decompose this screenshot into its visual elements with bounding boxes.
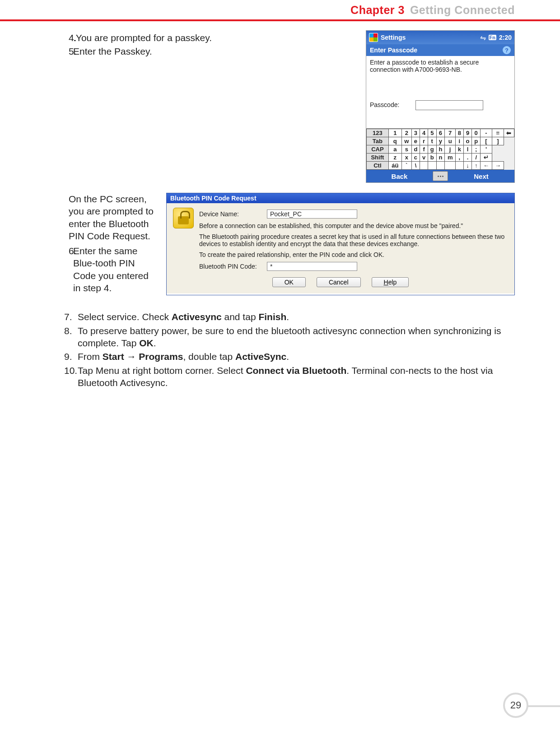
- pocketpc-titlebar: Settings Fn 2:20: [366, 31, 514, 44]
- key-→[interactable]: →: [492, 162, 504, 170]
- key-123[interactable]: 123: [367, 129, 389, 137]
- key-a[interactable]: a: [388, 145, 401, 154]
- passcode-input[interactable]: [415, 100, 483, 110]
- dialog-para3: To create the paired relationship, enter…: [199, 251, 508, 258]
- key-p[interactable]: p: [472, 137, 481, 145]
- bluetooth-pin-dialog: Bluetooth PIN Code Request Device Name: …: [166, 193, 515, 295]
- key-s[interactable]: s: [401, 145, 411, 154]
- steps-bottom: 7.Select service. Check Activesync and t…: [54, 311, 515, 389]
- key-d[interactable]: d: [411, 145, 420, 154]
- passcode-instruction: Enter a passcode to establish a secure c…: [370, 59, 511, 73]
- pocketpc-screenshot: Settings Fn 2:20 Enter Passcode ? Enter …: [366, 30, 515, 183]
- pc-prompt-text: On the PC screen, you are prompted to en…: [54, 193, 158, 242]
- key-w[interactable]: w: [401, 137, 411, 145]
- key-6[interactable]: 6: [436, 129, 445, 137]
- help-button[interactable]: Help: [372, 277, 409, 287]
- key-q[interactable]: q: [388, 137, 401, 145]
- key-h[interactable]: h: [436, 145, 445, 154]
- key-Ctl[interactable]: Ctl: [367, 162, 389, 170]
- key-z[interactable]: z: [388, 154, 401, 162]
- key-CAP[interactable]: CAP: [367, 145, 389, 154]
- key-n[interactable]: n: [436, 154, 445, 162]
- key-Shift[interactable]: Shift: [367, 154, 389, 162]
- key-e[interactable]: e: [411, 137, 420, 145]
- key-4[interactable]: 4: [420, 129, 428, 137]
- key-i[interactable]: i: [456, 137, 464, 145]
- steps-top: 4..You are prompted for a passkey. 5.Ent…: [54, 32, 357, 58]
- key-x[interactable]: x: [401, 154, 411, 162]
- key-`[interactable]: `: [401, 162, 411, 170]
- ok-button[interactable]: OK: [272, 277, 306, 287]
- page-header: Chapter 3 Getting Connected: [54, 0, 515, 19]
- key-áü[interactable]: áü: [388, 162, 401, 170]
- key-1[interactable]: 1: [388, 129, 401, 137]
- key-blank[interactable]: [436, 162, 445, 170]
- key-⬅[interactable]: ⬅: [504, 129, 514, 137]
- key-2[interactable]: 2: [401, 129, 411, 137]
- sip-toggle-icon[interactable]: [433, 171, 448, 181]
- lock-icon: [173, 208, 194, 228]
- key-3[interactable]: 3: [411, 129, 420, 137]
- key-b[interactable]: b: [428, 154, 436, 162]
- key-[[interactable]: [: [481, 137, 492, 145]
- key-blank[interactable]: [428, 162, 436, 170]
- key-=[interactable]: =: [492, 129, 504, 137]
- key-blank[interactable]: [456, 162, 464, 170]
- key-g[interactable]: g: [428, 145, 436, 154]
- key-;[interactable]: ;: [472, 145, 481, 154]
- device-name-value: Pocket_PC: [267, 210, 357, 219]
- key-0[interactable]: 0: [472, 129, 481, 137]
- key-Tab[interactable]: Tab: [367, 137, 389, 145]
- chapter-title: Getting Connected: [410, 4, 515, 17]
- key-'[interactable]: ': [481, 145, 492, 154]
- next-button[interactable]: Next: [448, 172, 514, 180]
- key-7[interactable]: 7: [445, 129, 456, 137]
- key-.[interactable]: .: [463, 154, 472, 162]
- clock: 2:20: [499, 34, 512, 41]
- pocketpc-subtitle-bar: Enter Passcode ?: [366, 44, 514, 56]
- connectivity-icon: [480, 33, 486, 42]
- page-number: 29: [503, 693, 528, 718]
- dialog-para1: Before a connection can be established, …: [199, 222, 508, 229]
- key-y[interactable]: y: [436, 137, 445, 145]
- soft-keyboard[interactable]: 1231234567890-=⬅Tabqwertyuiop[]CAPasdfgh…: [366, 128, 514, 170]
- key-↓[interactable]: ↓: [463, 162, 472, 170]
- pocketpc-softkey-bar: Back Next: [366, 170, 514, 182]
- key-o[interactable]: o: [463, 137, 472, 145]
- help-icon[interactable]: ?: [503, 46, 511, 54]
- key-↑[interactable]: ↑: [472, 162, 481, 170]
- key-9[interactable]: 9: [463, 129, 472, 137]
- device-name-label: Device Name:: [199, 210, 267, 218]
- key-m[interactable]: m: [445, 154, 456, 162]
- key-blank[interactable]: [420, 162, 428, 170]
- key-\[interactable]: \: [411, 162, 420, 170]
- enter-passcode-label: Enter Passcode: [370, 47, 417, 54]
- key-8[interactable]: 8: [456, 129, 464, 137]
- key-v[interactable]: v: [420, 154, 428, 162]
- pin-code-label: Bluetooth PIN Code:: [199, 263, 267, 270]
- key-r[interactable]: r: [420, 137, 428, 145]
- cancel-button[interactable]: Cancel: [317, 277, 361, 287]
- dialog-para2: The Bluetooth pairing procedure creates …: [199, 233, 508, 247]
- key-k[interactable]: k: [456, 145, 464, 154]
- windows-flag-icon: [369, 33, 378, 42]
- fn-indicator: Fn: [489, 35, 496, 40]
- key-f[interactable]: f: [420, 145, 428, 154]
- chapter-label: Chapter 3: [350, 4, 405, 17]
- key-c[interactable]: c: [411, 154, 420, 162]
- key-←[interactable]: ←: [481, 162, 492, 170]
- pin-code-input[interactable]: *: [267, 262, 357, 271]
- key-t[interactable]: t: [428, 137, 436, 145]
- back-button[interactable]: Back: [366, 172, 433, 180]
- key-↵[interactable]: ↵: [481, 154, 492, 162]
- key--[interactable]: -: [481, 129, 492, 137]
- key-][interactable]: ]: [492, 137, 504, 145]
- dialog-titlebar: Bluetooth PIN Code Request: [167, 193, 514, 203]
- key-u[interactable]: u: [445, 137, 456, 145]
- key-j[interactable]: j: [445, 145, 456, 154]
- key-/[interactable]: /: [472, 154, 481, 162]
- key-5[interactable]: 5: [428, 129, 436, 137]
- key-blank[interactable]: [445, 162, 456, 170]
- key-,[interactable]: ,: [456, 154, 464, 162]
- key-l[interactable]: l: [463, 145, 472, 154]
